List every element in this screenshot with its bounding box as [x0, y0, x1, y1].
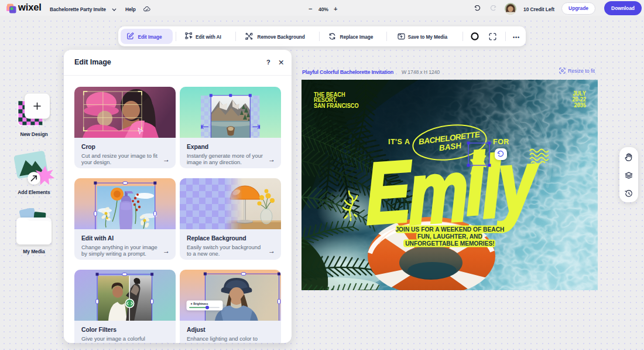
svg-text:SAN FRANCISCO: SAN FRANCISCO [314, 102, 359, 109]
svg-text:2035: 2035 [574, 101, 587, 108]
svg-text:UNFORGETTABLE MEMORIES!: UNFORGETTABLE MEMORIES! [405, 240, 495, 247]
svg-text:✦ Brightness: ✦ Brightness [190, 303, 208, 305]
svg-text:JOIN US FOR A WEEKEND OF BEACH: JOIN US FOR A WEEKEND OF BEACH [395, 226, 504, 233]
